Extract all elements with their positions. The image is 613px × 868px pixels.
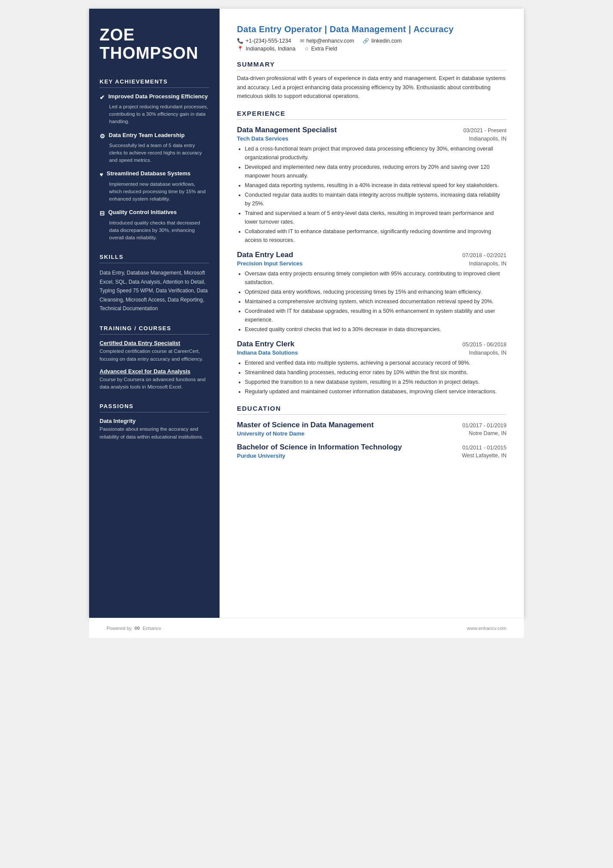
training-item: Certified Data Entry Specialist Complete… [100,340,209,363]
job-bullet: Entered and verified data into multiple … [245,359,506,367]
footer: Powered by ∞ Enhancv www.enhancv.com [89,618,524,638]
passions-title: PASSIONS [100,403,209,412]
job-bullet: Maintained a comprehensive archiving sys… [245,297,506,306]
email-icon: ✉ [300,38,304,44]
passions-section: PASSIONS Data Integrity Passionate about… [100,403,209,441]
enhancv-logo-icon: ∞ [134,623,140,633]
job-location: Indianapolis, IN [469,261,506,267]
training-item: Advanced Excel for Data Analysis Course … [100,368,209,391]
achievement-title: ✔ Improved Data Processing Efficiency [100,93,209,101]
edu-school: University of Notre Dame [237,430,304,437]
job-bullet: Trained and supervised a team of 5 entry… [245,209,506,226]
phone-icon: 📞 [237,38,243,44]
job-entry: Data Entry Lead 07/2018 - 02/2021 Precis… [237,251,506,334]
job-entry: Data Management Specialist 03/2021 - Pre… [237,126,506,245]
job-bullet: Led a cross-functional team project that… [245,144,506,162]
education-section-title: EDUCATION [237,405,506,415]
training-course-desc: Course by Coursera on advanced functions… [100,376,209,391]
experience-section-title: EXPERIENCE [237,110,506,120]
edu-dates: 01/2011 - 01/2015 [463,445,506,451]
extra-value: Extra Field [311,46,337,52]
job-title: Data Management Specialist [237,126,337,134]
edu-header: Bachelor of Science in Information Techn… [237,443,506,452]
job-header: Data Management Specialist 03/2021 - Pre… [237,126,506,134]
job-bullet: Developed and implemented new data entry… [245,163,506,180]
job-company-row: Indiana Data Solutions Indianapolis, IN [237,349,506,356]
job-dates: 03/2021 - Present [463,127,506,134]
job-header: Data Entry Lead 07/2018 - 02/2021 [237,251,506,259]
edu-school: Purdue University [237,452,285,459]
job-dates: 07/2018 - 02/2021 [463,252,506,258]
job-bullet: Oversaw data entry projects ensuring tim… [245,269,506,287]
job-bullet: Executed quality control checks that led… [245,325,506,334]
training-title: TRAINING / COURSES [100,325,209,335]
job-bullets: Oversaw data entry projects ensuring tim… [237,269,506,334]
checkmark-icon: ✔ [100,94,105,101]
achievement-item: ⚙ Data Entry Team Leadership Successfull… [100,132,209,164]
edu-degree: Bachelor of Science in Information Techn… [237,443,402,452]
job-entry: Data Entry Clerk 05/2015 - 06/2018 India… [237,340,506,396]
summary-text: Data-driven professional with 6 years of… [237,74,506,101]
job-company: Tech Data Services [237,135,288,142]
sidebar: ZOE THOMPSON KEY ACHIEVEMENTS ✔ Improved… [89,9,220,618]
job-location: Indianapolis, IN [469,136,506,142]
training-section: TRAINING / COURSES Certified Data Entry … [100,325,209,391]
job-bullet: Coordinated with IT for database upgrade… [245,307,506,324]
achievement-title: ⚙ Data Entry Team Leadership [100,132,209,140]
email-contact: ✉ help@enhancv.com [300,38,354,44]
edu-dates: 01/2017 - 01/2019 [463,422,506,429]
education-section: EDUCATION Master of Science in Data Mana… [237,405,506,459]
job-bullet: Supported the transition to a new databa… [245,378,506,386]
job-company-row: Precision Input Services Indianapolis, I… [237,260,506,267]
achievement-title: ⊟ Quality Control Initiatives [100,209,209,217]
contact-row-2: 📍 Indianapolis, Indiana ☆ Extra Field [237,46,506,52]
skills-text: Data Entry, Database Management, Microso… [100,268,209,313]
passion-item: Data Integrity Passionate about ensuring… [100,418,209,441]
job-company: Indiana Data Solutions [237,349,298,356]
skills-section: SKILLS Data Entry, Database Management, … [100,254,209,313]
summary-section-title: SUMMARY [237,60,506,70]
heart-icon: ♥ [100,171,103,178]
passion-item-desc: Passionate about ensuring the accuracy a… [100,426,209,441]
resume-header: Data Entry Operator | Data Management | … [237,24,506,52]
linkedin-icon: 🔗 [363,38,369,44]
job-dates: 05/2015 - 06/2018 [463,342,506,348]
edu-school-row: University of Notre Dame Notre Dame, IN [237,430,506,437]
job-location: Indianapolis, IN [469,350,506,356]
achievement-desc: Implemented new database workflows, whic… [100,181,209,203]
job-company-row: Tech Data Services Indianapolis, IN [237,135,506,142]
city-value: Indianapolis, Indiana [246,46,296,52]
resume-title: Data Entry Operator | Data Management | … [237,24,506,34]
extra-contact: ☆ Extra Field [304,46,337,52]
job-bullet: Conducted regular data audits to maintai… [245,191,506,208]
achievement-desc: Led a project reducing redundant process… [100,103,209,126]
job-header: Data Entry Clerk 05/2015 - 06/2018 [237,340,506,349]
achievement-item: ✔ Improved Data Processing Efficiency Le… [100,93,209,126]
linkedin-contact: 🔗 linkedin.com [363,38,401,44]
candidate-name: ZOE THOMPSON [100,26,209,63]
training-course-desc: Completed certification course at Career… [100,348,209,363]
education-entry: Master of Science in Data Management 01/… [237,421,506,437]
job-bullet: Regularly updated and maintained custome… [245,387,506,396]
training-course-title: Advanced Excel for Data Analysis [100,368,209,375]
key-achievements-section: KEY ACHIEVEMENTS ✔ Improved Data Process… [100,78,209,242]
location-icon: 📍 [237,46,243,52]
edu-header: Master of Science in Data Management 01/… [237,421,506,429]
job-bullet: Managed data reporting systems, resultin… [245,181,506,190]
summary-section: SUMMARY Data-driven professional with 6 … [237,60,506,101]
linkedin-value: linkedin.com [371,38,401,44]
location-contact: 📍 Indianapolis, Indiana [237,46,296,52]
skills-title: SKILLS [100,254,209,263]
job-title: Data Entry Lead [237,251,293,259]
job-bullet: Streamlined data handling processes, red… [245,368,506,377]
edu-degree: Master of Science in Data Management [237,421,374,429]
contact-row-1: 📞 +1-(234)-555-1234 ✉ help@enhancv.com 🔗… [237,38,506,44]
phone-value: +1-(234)-555-1234 [246,38,291,44]
job-bullets: Entered and verified data into multiple … [237,359,506,396]
flag-icon: ⊟ [100,209,105,217]
job-bullet: Collaborated with IT to enhance database… [245,227,506,245]
main-content: Data Entry Operator | Data Management | … [220,9,524,618]
star-icon: ☆ [304,46,309,52]
powered-by-label: Powered by [107,626,132,631]
achievement-item: ⊟ Quality Control Initiatives Introduced… [100,209,209,241]
